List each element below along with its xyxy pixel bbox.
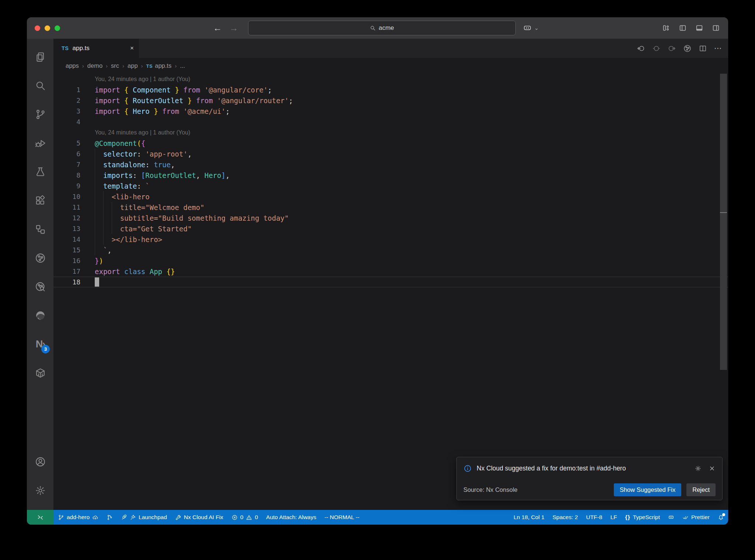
typescript-file-icon: TS <box>146 62 153 69</box>
code-line-11[interactable]: 11 title="Welcmoe demo" <box>53 202 728 213</box>
code-line-17[interactable]: 17export class App {} <box>53 266 728 277</box>
cloud-upload-icon <box>92 514 98 521</box>
activity-containers[interactable] <box>27 358 53 387</box>
reject-button[interactable]: Reject <box>686 483 716 496</box>
search-icon <box>370 25 376 31</box>
activity-nx-console[interactable]: N›3 <box>27 330 53 358</box>
activity-search[interactable] <box>27 71 53 100</box>
status-prettier[interactable]: Prettier <box>678 510 714 525</box>
activity-nx-graph-search[interactable] <box>27 272 53 301</box>
activity-nx-run-target[interactable] <box>27 244 53 272</box>
activity-settings[interactable] <box>27 476 53 505</box>
status-cursor-position[interactable]: Ln 18, Col 1 <box>509 510 549 525</box>
extensions-icon <box>35 195 46 206</box>
braces-icon: {} <box>625 514 630 521</box>
code-line-14[interactable]: 14 ></lib-hero> <box>53 234 728 245</box>
activity-edge-tools[interactable] <box>27 301 53 330</box>
nx-run-icon[interactable] <box>683 44 692 53</box>
zoom-window-button[interactable] <box>55 25 60 31</box>
activity-extensions[interactable] <box>27 186 53 215</box>
breadcrumb-separator: › <box>82 63 84 69</box>
command-center-search[interactable]: acme <box>248 21 516 35</box>
notification-close-icon[interactable] <box>709 465 716 472</box>
git-blame-text: You, 24 minutes ago | 1 author (You) <box>95 76 190 83</box>
status-indentation[interactable]: Spaces: 2 <box>549 510 582 525</box>
code-line-4[interactable]: 4 <box>53 116 728 127</box>
back-arrow-icon[interactable]: ← <box>213 23 222 33</box>
show-suggested-fix-button[interactable]: Show Suggested Fix <box>614 483 681 496</box>
current-position-icon[interactable] <box>652 44 661 53</box>
status-problems[interactable]: 00 <box>227 510 262 525</box>
activity-project-structure[interactable] <box>27 215 53 244</box>
toggle-panel-icon[interactable] <box>695 24 703 32</box>
activity-testing[interactable] <box>27 157 53 186</box>
breadcrumb-item-demo[interactable]: demo <box>87 62 102 69</box>
editor-scrollbar[interactable] <box>720 74 727 370</box>
line-number: 17 <box>53 267 80 275</box>
breadcrumb-item-appts[interactable]: TSapp.ts <box>146 62 172 69</box>
code-line-13[interactable]: 13 cta="Get Started" <box>53 223 728 234</box>
circle-graph-search-icon <box>35 281 46 293</box>
status-vim-mode[interactable]: -- NORMAL -- <box>320 510 363 525</box>
line-number: 18 <box>53 278 80 286</box>
notification-source: Source: Nx Console <box>463 486 609 493</box>
notification-settings-gear-icon[interactable] <box>695 465 702 472</box>
status-nx-cloud-ai-fix[interactable]: Nx Cloud AI Fix <box>171 510 227 525</box>
customize-layout-icon[interactable] <box>662 24 670 32</box>
breadcrumb-item-[interactable]: ... <box>180 62 185 69</box>
code-line-12[interactable]: 12 subtitle="Build something amazing tod… <box>53 213 728 223</box>
activity-explorer[interactable] <box>27 42 53 71</box>
code-line-10[interactable]: 10 <lib-hero <box>53 191 728 202</box>
breadcrumb-item-src[interactable]: src <box>111 62 119 69</box>
code-line-9[interactable]: 9 template: ` <box>53 181 728 191</box>
status-scm-graph[interactable] <box>102 510 117 525</box>
code-line-2[interactable]: 2import { RouterOutlet } from '@angular/… <box>53 95 728 106</box>
titlebar-account[interactable]: ⌄ <box>523 24 539 33</box>
status-launchpad[interactable]: Launchpad <box>117 510 171 525</box>
rocket-icon <box>121 514 127 521</box>
breadcrumb-separator: › <box>175 63 177 69</box>
toggle-secondary-sidebar-icon[interactable] <box>712 24 720 32</box>
go-back-icon[interactable] <box>637 44 645 53</box>
more-actions-icon[interactable]: ⋯ <box>714 44 722 53</box>
code-line-3[interactable]: 3import { Hero } from '@acme/ui'; <box>53 106 728 116</box>
toggle-primary-sidebar-icon[interactable] <box>679 24 687 32</box>
status-notifications-bell[interactable] <box>714 510 728 525</box>
close-tab-icon[interactable]: × <box>130 45 134 52</box>
editor-actions: ⋯ <box>637 39 722 58</box>
code-line-5[interactable]: 5@Component({ <box>53 138 728 148</box>
activity-source-control[interactable] <box>27 100 53 129</box>
line-number: 6 <box>53 150 80 158</box>
minimize-window-button[interactable] <box>45 25 50 31</box>
docker-icon <box>35 367 46 379</box>
tab-app-ts[interactable]: TS app.ts × <box>53 39 139 58</box>
activity-run-debug[interactable] <box>27 129 53 157</box>
breadcrumb-item-app[interactable]: app <box>128 62 138 69</box>
go-forward-icon[interactable] <box>668 44 676 53</box>
line-number: 16 <box>53 257 80 265</box>
status-copilot[interactable] <box>664 510 678 525</box>
notification-toast: Nx Cloud suggested a fix for demo:test i… <box>456 457 723 500</box>
close-window-button[interactable] <box>35 25 40 31</box>
status-remote-indicator[interactable] <box>27 510 54 525</box>
search-icon <box>35 80 46 91</box>
code-line-7[interactable]: 7 standalone: true, <box>53 159 728 170</box>
code-editor[interactable]: You, 24 minutes ago | 1 author (You)1imp… <box>53 74 728 510</box>
code-line-18[interactable]: 18 <box>53 277 728 287</box>
status-language-mode[interactable]: {}TypeScript <box>621 510 664 525</box>
status-auto-attach[interactable]: Auto Attach: Always <box>262 510 320 525</box>
notification-dot <box>722 513 725 516</box>
status-eol[interactable]: LF <box>606 510 621 525</box>
code-line-15[interactable]: 15 `, <box>53 245 728 255</box>
forward-arrow-icon[interactable]: → <box>229 23 238 33</box>
code-line-1[interactable]: 1import { Component } from '@angular/cor… <box>53 84 728 95</box>
activity-accounts[interactable] <box>27 447 53 476</box>
breadcrumb-item-apps[interactable]: apps <box>66 62 79 69</box>
code-line-6[interactable]: 6 selector: 'app-root', <box>53 148 728 159</box>
status-git-branch[interactable]: add-hero <box>54 510 102 525</box>
status-encoding[interactable]: UTF-8 <box>582 510 606 525</box>
split-editor-icon[interactable] <box>699 44 707 53</box>
code-line-16[interactable]: 16}) <box>53 255 728 266</box>
code-line-8[interactable]: 8 imports: [RouterOutlet, Hero], <box>53 170 728 181</box>
nx-badge: 3 <box>41 345 50 353</box>
